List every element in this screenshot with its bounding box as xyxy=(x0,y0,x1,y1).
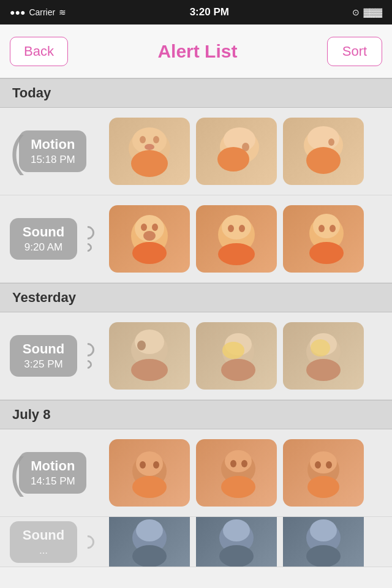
alert-row-sound-today[interactable]: Sound 9:20 AM xyxy=(0,195,392,283)
thumbnail-2[interactable] xyxy=(196,118,277,185)
svg-point-23 xyxy=(239,225,245,232)
thumbnail-9[interactable] xyxy=(283,322,364,390)
alert-badge-motion-today: ( Motion 15:18 PM xyxy=(10,130,100,173)
svg-point-3 xyxy=(153,136,159,143)
svg-point-22 xyxy=(228,225,234,232)
alert-row-sound-yesterday[interactable]: Sound 3:25 PM xyxy=(0,312,392,400)
svg-point-2 xyxy=(140,136,146,143)
badge-time-sound-yesterday: 3:25 PM xyxy=(18,358,69,371)
thumbnail-4[interactable] xyxy=(109,205,190,273)
alert-row-motion-july8[interactable]: ( Motion 14:15 PM xyxy=(0,429,392,517)
sort-button[interactable]: Sort xyxy=(327,37,382,66)
svg-point-37 xyxy=(221,359,255,381)
badge-time-sound-partial: ... xyxy=(18,545,69,557)
thumbnail-5[interactable] xyxy=(196,205,277,273)
svg-point-12 xyxy=(328,138,334,146)
back-button[interactable]: Back xyxy=(10,37,68,66)
baby-img-7 xyxy=(109,322,190,390)
svg-point-45 xyxy=(153,461,159,469)
baby-img-10 xyxy=(109,439,190,507)
section-july8: July 8 xyxy=(0,400,392,429)
thumbnail-10[interactable] xyxy=(109,439,190,507)
thumbnail-3[interactable] xyxy=(283,118,364,185)
thumbnail-13[interactable] xyxy=(109,517,190,567)
svg-point-18 xyxy=(143,231,156,241)
thumbnail-7[interactable] xyxy=(109,322,190,390)
page-title: Alert List xyxy=(157,41,237,62)
svg-point-58 xyxy=(136,519,163,541)
thumbnail-12[interactable] xyxy=(283,439,364,507)
alert-badge-sound-today: Sound 9:20 AM xyxy=(10,218,100,260)
baby-img-3 xyxy=(283,118,364,185)
wave-arc-outer-3 xyxy=(78,532,97,551)
svg-point-62 xyxy=(219,545,254,567)
badge-motion-july8: Motion 14:15 PM xyxy=(19,452,86,494)
section-yesterday: Yesterday xyxy=(0,283,392,312)
baby-img-14 xyxy=(196,517,277,567)
clock-icon: ⊙ xyxy=(352,7,360,17)
svg-point-55 xyxy=(326,461,332,469)
svg-point-16 xyxy=(141,224,147,231)
status-bar: ●●● Carrier ≋ 3:20 PM ⊙ ▓▓▓ xyxy=(0,0,392,24)
thumbnail-15[interactable] xyxy=(283,517,364,567)
svg-point-13 xyxy=(306,147,341,174)
svg-point-33 xyxy=(131,359,168,381)
baby-img-8 xyxy=(196,322,277,390)
thumbnail-11[interactable] xyxy=(196,439,277,507)
wifi-icon: ≋ xyxy=(59,7,66,17)
thumbnail-14[interactable] xyxy=(196,517,277,567)
sound-wave-icon xyxy=(81,226,94,252)
alert-badge-sound-partial: Sound ... xyxy=(10,521,100,563)
badge-type-sound-partial: Sound xyxy=(18,527,69,543)
badge-time-motion-july8: 14:15 PM xyxy=(28,475,78,488)
svg-point-56 xyxy=(307,476,339,498)
badge-sound-yesterday: Sound 3:25 PM xyxy=(10,335,77,377)
thumbnail-1[interactable] xyxy=(109,118,190,185)
baby-img-4 xyxy=(109,205,190,273)
svg-point-21 xyxy=(222,215,251,239)
badge-type-sound-today: Sound xyxy=(18,224,69,240)
nav-bar: Back Alert List Sort xyxy=(0,24,392,78)
baby-img-9 xyxy=(283,322,364,390)
svg-point-28 xyxy=(330,225,336,232)
status-right: ⊙ ▓▓▓ xyxy=(352,7,382,17)
badge-sound-today: Sound 9:20 AM xyxy=(10,218,77,260)
thumbs-motion-today xyxy=(109,118,382,185)
thumbnail-8[interactable] xyxy=(196,322,277,390)
baby-img-6 xyxy=(283,205,364,273)
svg-point-49 xyxy=(230,460,236,467)
wave-arc-outer-2 xyxy=(78,340,97,359)
baby-img-1 xyxy=(109,118,190,185)
svg-point-53 xyxy=(310,451,337,473)
svg-point-19 xyxy=(132,242,167,264)
svg-point-61 xyxy=(223,519,250,541)
badge-type-sound-yesterday: Sound xyxy=(18,341,69,357)
thumbs-sound-today xyxy=(109,205,382,273)
baby-img-15 xyxy=(283,517,364,567)
svg-point-59 xyxy=(132,545,167,567)
badge-type-motion-july8: Motion xyxy=(28,458,78,474)
svg-point-41 xyxy=(306,359,341,381)
svg-point-5 xyxy=(131,150,168,177)
signal-icon: ●●● xyxy=(10,7,25,17)
alert-badge-motion-july8: ( Motion 14:15 PM xyxy=(10,451,100,494)
thumbs-sound-partial xyxy=(109,517,382,567)
alert-row-motion-today[interactable]: ( Motion 15:18 PM xyxy=(0,108,392,195)
svg-point-27 xyxy=(318,225,325,232)
thumbnail-6[interactable] xyxy=(283,205,364,273)
svg-point-44 xyxy=(140,461,146,469)
svg-point-54 xyxy=(315,461,321,469)
svg-point-17 xyxy=(152,224,158,231)
sound-wave-icon-3 xyxy=(81,535,94,549)
svg-point-48 xyxy=(225,450,252,472)
baby-img-11 xyxy=(196,439,277,507)
wave-arc-outer xyxy=(78,223,97,242)
svg-point-36 xyxy=(222,342,244,359)
status-time: 3:20 PM xyxy=(190,6,229,18)
alert-row-sound-partial[interactable]: Sound ... xyxy=(0,517,392,567)
badge-type-motion-today: Motion xyxy=(28,137,78,153)
svg-point-26 xyxy=(313,214,340,238)
alert-badge-sound-yesterday: Sound 3:25 PM xyxy=(10,335,100,377)
baby-img-13 xyxy=(109,517,190,567)
battery-icon: ▓▓▓ xyxy=(363,7,382,17)
